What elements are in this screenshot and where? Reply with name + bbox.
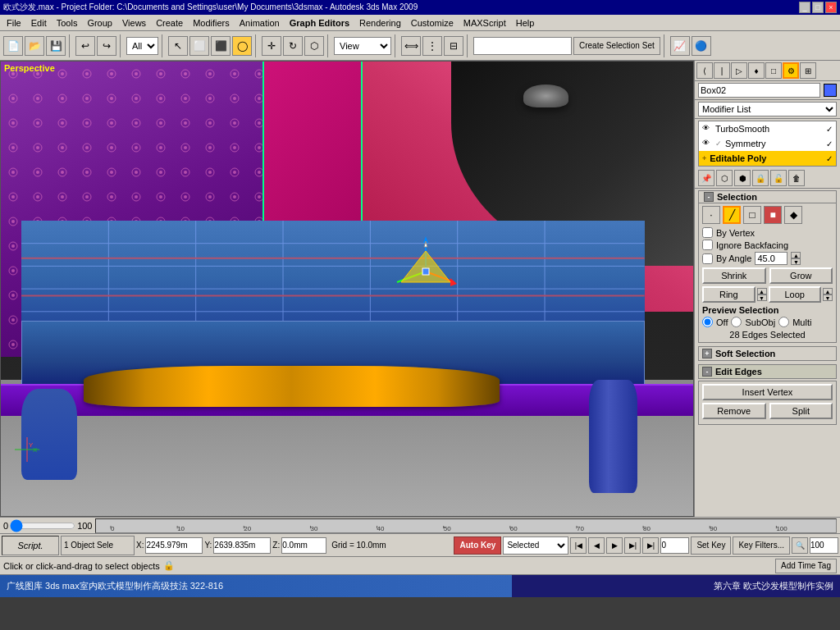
obj-color-swatch[interactable]	[824, 84, 837, 97]
loop-up-btn[interactable]: ▲	[823, 288, 833, 294]
x-input[interactable]	[145, 537, 203, 554]
scale-btn[interactable]: ⬡	[304, 36, 324, 56]
select-btn[interactable]: ↖	[168, 36, 188, 56]
menu-graph[interactable]: Graph Editors	[285, 16, 354, 30]
menu-group[interactable]: Group	[82, 16, 117, 30]
auto-key-btn[interactable]: Auto Key	[454, 536, 501, 555]
sel-region-btn[interactable]: ⬜	[189, 36, 209, 56]
rp-icon-motion[interactable]: ⟨	[696, 62, 713, 79]
menu-maxscript[interactable]: MAXScript	[459, 16, 511, 30]
rp-icon-create[interactable]: □	[765, 62, 782, 79]
mod-symmetry[interactable]: 👁 ✓ Symmetry ✓	[699, 136, 836, 151]
menu-create[interactable]: Create	[151, 16, 188, 30]
redo-btn[interactable]: ↪	[97, 36, 116, 56]
menu-rendering[interactable]: Rendering	[354, 16, 406, 30]
by-vertex-checkbox[interactable]	[702, 227, 713, 238]
save-btn[interactable]: 💾	[46, 36, 66, 56]
new-btn[interactable]: 📄	[3, 36, 23, 56]
selection-collapse-btn[interactable]: -	[704, 192, 714, 202]
z-input[interactable]	[281, 537, 326, 554]
menu-modifiers[interactable]: Modifiers	[188, 16, 235, 30]
named-sel-input[interactable]	[473, 37, 572, 55]
frame-max-input[interactable]	[810, 537, 838, 554]
selection-header[interactable]: - Selection	[699, 191, 836, 203]
sel-window-btn[interactable]: ⬛	[211, 36, 231, 56]
stack-lock-btn[interactable]: 🔒	[752, 170, 769, 186]
sel-edge-btn[interactable]: ╱	[723, 206, 741, 224]
key-filters-btn[interactable]: Key Filters...	[733, 536, 790, 555]
menu-views[interactable]: Views	[117, 16, 151, 30]
menu-animation[interactable]: Animation	[235, 16, 285, 30]
stack-show-btn[interactable]: ⬡	[716, 170, 733, 186]
soft-sel-expand-btn[interactable]: +	[702, 349, 712, 358]
y-input[interactable]	[213, 537, 271, 554]
go-end-btn[interactable]: ▶|	[642, 537, 659, 554]
open-btn[interactable]: 📂	[25, 36, 44, 56]
stack-show-all-btn[interactable]: ⬢	[734, 170, 751, 186]
next-frame-btn[interactable]: ▶|	[624, 537, 641, 554]
sel-lasso-btn[interactable]: ◯	[232, 36, 252, 56]
sel-element-btn[interactable]: ◆	[784, 206, 802, 224]
ignore-backfacing-checkbox[interactable]	[702, 240, 713, 250]
viewport[interactable]: Y X Perspective	[0, 61, 694, 517]
rp-icon-anim[interactable]: ♦	[748, 62, 765, 79]
sel-filter-select[interactable]: All	[126, 37, 158, 55]
loop-down-btn[interactable]: ▼	[823, 294, 833, 301]
move-btn[interactable]: ✛	[262, 36, 281, 56]
mirror-btn[interactable]: ⟺	[401, 36, 421, 56]
preview-multi-radio[interactable]	[778, 317, 789, 327]
mod-editablepoly[interactable]: + Editable Poly ✓	[699, 151, 836, 166]
script-btn[interactable]: Script.	[2, 536, 59, 555]
set-key-btn[interactable]: Set Key	[691, 536, 731, 555]
play-btn[interactable]: ▶	[606, 537, 623, 554]
angle-down-btn[interactable]: ▼	[791, 258, 801, 265]
menu-customize[interactable]: Customize	[406, 16, 459, 30]
create-sel-btn[interactable]: Create Selection Set	[573, 37, 660, 55]
rotate-btn[interactable]: ↻	[283, 36, 303, 56]
grow-btn[interactable]: Grow	[769, 267, 833, 284]
soft-selection-header[interactable]: + Soft Selection	[698, 346, 837, 361]
frame-input[interactable]	[660, 537, 689, 554]
go-start-btn[interactable]: |◀	[570, 537, 587, 554]
rp-icon-modify[interactable]: ⚙	[783, 62, 799, 79]
add-time-tag-btn[interactable]: Add Time Tag	[775, 559, 837, 573]
align-btn[interactable]: ⊟	[444, 36, 463, 56]
rp-icon-utility[interactable]: ▷	[731, 62, 747, 79]
preview-off-radio[interactable]	[702, 317, 713, 327]
undo-btn[interactable]: ↩	[75, 36, 95, 56]
menu-tools[interactable]: Tools	[52, 16, 83, 30]
stack-unlock-btn[interactable]: 🔓	[770, 170, 787, 186]
loop-btn[interactable]: Loop	[769, 286, 822, 303]
sel-vertex-btn[interactable]: ·	[702, 206, 720, 224]
curve-editor-btn[interactable]: 📈	[670, 36, 690, 56]
obj-name-input[interactable]	[698, 83, 820, 98]
array-btn[interactable]: ⋮	[422, 36, 442, 56]
minimize-btn[interactable]: _	[799, 2, 810, 13]
ring-down-btn[interactable]: ▼	[757, 294, 767, 301]
rp-icon-hierarchy[interactable]: ⊞	[800, 62, 816, 79]
timeline-ticks[interactable]: 0 10 20 30 40 50 60 70 80 90 100	[95, 518, 837, 533]
modifier-list-select[interactable]: Modifier List	[698, 102, 837, 116]
ring-btn[interactable]: Ring	[702, 286, 756, 303]
edit-edges-header[interactable]: - Edit Edges	[698, 364, 837, 379]
mod-turbosmooth[interactable]: 👁 TurboSmooth ✓	[699, 121, 836, 136]
by-angle-checkbox[interactable]	[702, 253, 713, 264]
sel-poly-btn[interactable]: ■	[764, 206, 782, 224]
angle-up-btn[interactable]: ▲	[791, 252, 801, 258]
view-select[interactable]: View	[334, 37, 391, 55]
close-btn[interactable]: ×	[825, 2, 837, 13]
selected-dropdown[interactable]: Selected	[503, 536, 568, 555]
by-angle-input[interactable]	[755, 252, 788, 265]
ring-up-btn[interactable]: ▲	[757, 288, 767, 294]
material-btn[interactable]: 🔵	[692, 36, 711, 56]
menu-help[interactable]: Help	[511, 16, 540, 30]
menu-edit[interactable]: Edit	[26, 16, 52, 30]
edit-edges-expand-btn[interactable]: -	[702, 367, 712, 377]
rp-icon-display[interactable]: |	[714, 62, 730, 79]
stack-delete-btn[interactable]: 🗑	[788, 170, 805, 186]
stack-pin-btn[interactable]: 📌	[698, 170, 714, 186]
remove-btn[interactable]: Remove	[702, 403, 766, 419]
timeline-slider[interactable]	[10, 520, 75, 532]
menu-file[interactable]: File	[2, 16, 26, 30]
maximize-btn[interactable]: □	[812, 2, 824, 13]
